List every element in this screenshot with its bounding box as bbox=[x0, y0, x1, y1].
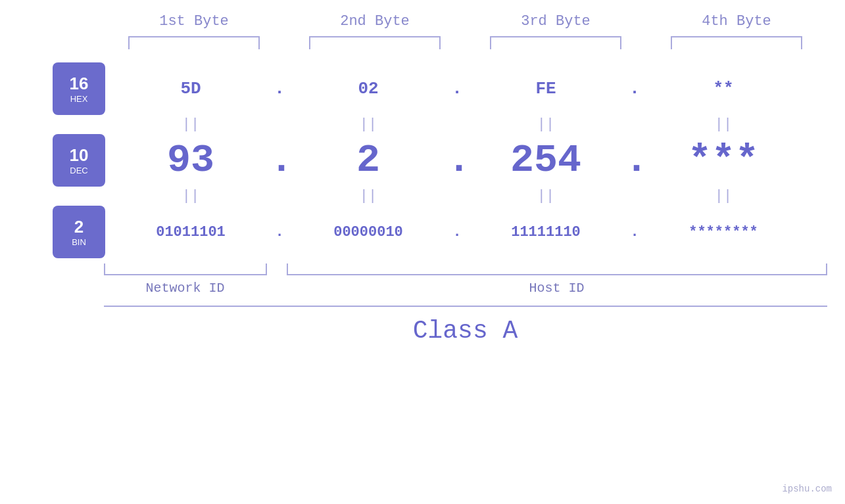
network-id-bracket-section: Network ID bbox=[104, 263, 267, 296]
dec-dot3: . bbox=[625, 138, 644, 183]
class-row: Class A bbox=[104, 306, 827, 345]
host-id-bracket bbox=[287, 263, 827, 275]
hex-dot3: . bbox=[625, 79, 644, 99]
network-id-bracket bbox=[104, 263, 267, 275]
class-label: Class A bbox=[413, 317, 518, 345]
bin-byte3: 11111110 bbox=[467, 224, 625, 241]
byte1-header: 1st Byte bbox=[122, 13, 266, 30]
dec-byte1: 93 bbox=[112, 138, 270, 183]
dec-dot1: . bbox=[270, 138, 289, 183]
host-id-label: Host ID bbox=[529, 281, 584, 296]
dec-badge-number: 10 bbox=[70, 145, 89, 166]
hex-values: 5D . 02 . FE . ** bbox=[112, 79, 845, 99]
hex-byte4: ** bbox=[644, 79, 802, 99]
bracket-byte4 bbox=[671, 36, 802, 49]
bin-byte1: 01011101 bbox=[112, 224, 270, 241]
dec-badge: 10 DEC bbox=[53, 134, 105, 187]
dec-byte4: *** bbox=[644, 138, 802, 183]
eq1-b3: || bbox=[467, 116, 625, 133]
hex-row: 16 HEX 5D . 02 . FE . ** bbox=[0, 62, 845, 115]
bottom-bracket-container: Network ID Host ID bbox=[104, 263, 827, 296]
eq2-b3: || bbox=[467, 188, 625, 204]
bracket-byte1 bbox=[128, 36, 260, 49]
bin-dot1: . bbox=[270, 224, 289, 241]
equals-row-1: || || || || bbox=[0, 115, 845, 134]
byte2-header: 2nd Byte bbox=[302, 13, 447, 30]
eq1-values: || || || || bbox=[112, 116, 845, 133]
eq1-b1: || bbox=[112, 116, 270, 133]
network-id-label: Network ID bbox=[145, 281, 224, 296]
eq1-b2: || bbox=[289, 116, 447, 133]
hex-byte3: FE bbox=[467, 79, 625, 99]
hex-badge-number: 16 bbox=[70, 74, 89, 94]
bracket-byte2 bbox=[309, 36, 441, 49]
dec-badge-label: DEC bbox=[70, 166, 87, 175]
main-container: 1st Byte 2nd Byte 3rd Byte 4th Byte 16 H… bbox=[0, 0, 845, 504]
dec-byte3: 254 bbox=[467, 138, 625, 183]
hex-dot1: . bbox=[270, 79, 289, 99]
dec-values: 93 . 2 . 254 . *** bbox=[112, 138, 845, 183]
dec-row: 10 DEC 93 . 2 . 254 . *** bbox=[0, 134, 845, 187]
bracket-gap bbox=[267, 263, 287, 296]
byte-headers-row: 1st Byte 2nd Byte 3rd Byte 4th Byte bbox=[104, 13, 827, 30]
eq2-values: || || || || bbox=[112, 188, 845, 204]
byte4-header: 4th Byte bbox=[664, 13, 809, 30]
bin-badge: 2 BIN bbox=[53, 206, 105, 258]
bin-byte2: 00000010 bbox=[289, 224, 447, 241]
watermark: ipshu.com bbox=[782, 484, 832, 494]
eq1-b4: || bbox=[644, 116, 802, 133]
hex-byte2: 02 bbox=[289, 79, 447, 99]
bin-badge-number: 2 bbox=[74, 217, 84, 237]
equals-row-2: || || || || bbox=[0, 187, 845, 206]
eq2-b1: || bbox=[112, 188, 270, 204]
dec-byte2: 2 bbox=[289, 138, 447, 183]
eq2-b4: || bbox=[644, 188, 802, 204]
hex-badge: 16 HEX bbox=[53, 62, 105, 115]
hex-byte1: 5D bbox=[112, 79, 270, 99]
hex-badge-label: HEX bbox=[70, 94, 88, 104]
bin-values: 01011101 . 00000010 . 11111110 . *******… bbox=[112, 224, 845, 241]
bin-badge-label: BIN bbox=[72, 237, 86, 247]
bin-row: 2 BIN 01011101 . 00000010 . 11111110 . *… bbox=[0, 206, 845, 258]
bracket-byte3 bbox=[490, 36, 621, 49]
host-id-bracket-section: Host ID bbox=[287, 263, 827, 296]
hex-dot2: . bbox=[447, 79, 467, 99]
bin-dot2: . bbox=[447, 224, 467, 241]
bin-dot3: . bbox=[625, 224, 644, 241]
bin-byte4: ******** bbox=[644, 224, 802, 241]
top-brackets-row bbox=[104, 36, 827, 49]
byte3-header: 3rd Byte bbox=[483, 13, 628, 30]
eq2-b2: || bbox=[289, 188, 447, 204]
dec-dot2: . bbox=[447, 138, 467, 183]
